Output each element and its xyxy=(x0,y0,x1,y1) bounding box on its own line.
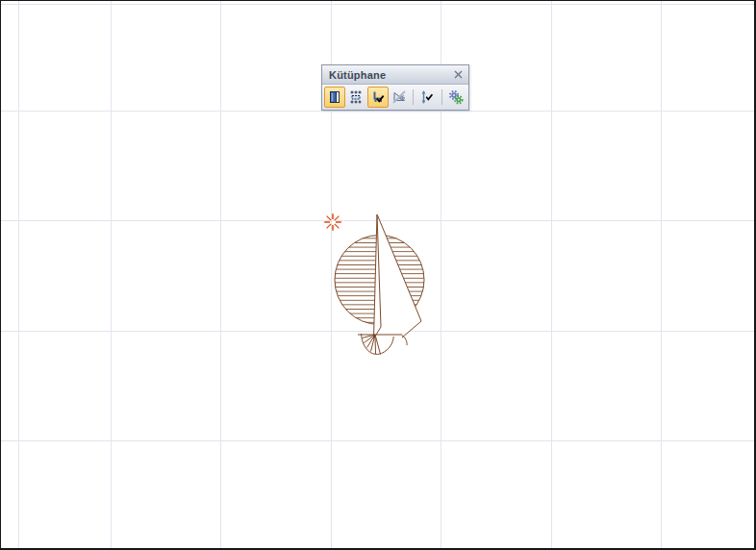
hotspots-button[interactable] xyxy=(345,87,366,108)
library-object-tree-symbol[interactable] xyxy=(314,198,439,366)
hotspots-icon xyxy=(348,89,364,105)
book-icon xyxy=(327,89,342,105)
place-object-button[interactable] xyxy=(367,87,389,108)
library-toolbar: Kütüphane xyxy=(321,64,469,111)
origin-marker[interactable] xyxy=(324,213,341,231)
toolbar-title: Kütüphane xyxy=(322,69,386,81)
stretch-height-button[interactable] xyxy=(416,87,438,108)
slashed-triangle-gear-icon xyxy=(391,89,407,105)
toolbar-button-row xyxy=(322,85,468,110)
chair-check-icon xyxy=(370,89,386,105)
close-icon[interactable] xyxy=(452,68,464,80)
application-window: Kütüphane xyxy=(0,0,756,550)
drawing-canvas[interactable]: Kütüphane xyxy=(1,1,754,548)
gears-icon xyxy=(448,89,464,105)
no-parameters-button[interactable] xyxy=(389,87,410,108)
vertical-arrow-check-icon xyxy=(419,89,435,105)
toolbar-separator xyxy=(441,89,442,105)
library-part-button[interactable] xyxy=(324,87,345,108)
settings-button[interactable] xyxy=(445,87,466,108)
toolbar-separator xyxy=(413,89,414,105)
toolbar-titlebar[interactable]: Kütüphane xyxy=(322,65,468,85)
